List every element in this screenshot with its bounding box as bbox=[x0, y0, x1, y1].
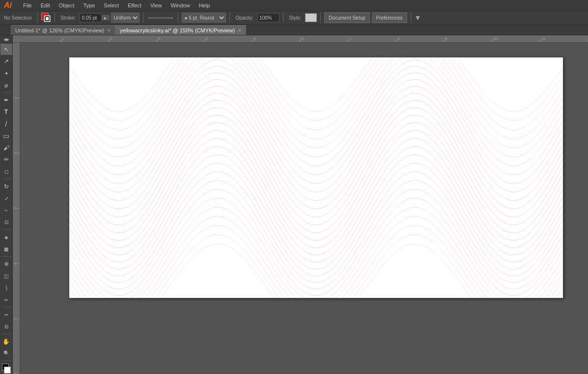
menu-object[interactable]: Object bbox=[56, 1, 77, 9]
sep-7 bbox=[320, 13, 321, 23]
tab-untitled[interactable]: Untitled-1* @ 126% (CMYK/Preview) ✕ bbox=[11, 25, 115, 35]
selection-label: No Selection bbox=[2, 15, 34, 21]
stroke-label: Stroke: bbox=[58, 15, 78, 21]
canvas-wrapper bbox=[13, 35, 588, 374]
type-tool[interactable]: T bbox=[0, 107, 12, 118]
hand-tool[interactable]: ✋ bbox=[0, 336, 12, 347]
tool-sep-6 bbox=[1, 334, 11, 334]
magic-wand-tool[interactable]: ✦ bbox=[0, 68, 12, 79]
tab-untitled-label: Untitled-1* @ 126% (CMYK/Preview) bbox=[15, 27, 104, 33]
panel-arrows[interactable]: ◀▶ bbox=[3, 37, 9, 42]
sep-5 bbox=[229, 13, 230, 23]
opacity-label: Opacity: bbox=[233, 15, 255, 21]
menu-file[interactable]: File bbox=[21, 1, 34, 9]
tool-sep-5 bbox=[1, 307, 11, 307]
main-area: ◀▶ ↖ ↗ ✦ ⌀ ✒ T / ▭ 🖌 ✏ ◻ ↻ ⤢ ~ ⊡ ◈ ▦ ⊞ ◫… bbox=[0, 35, 588, 374]
opacity-input[interactable] bbox=[257, 13, 280, 22]
selection-tool[interactable]: ↖ bbox=[0, 44, 12, 55]
tool-sep-3 bbox=[1, 230, 11, 230]
app-logo: Ai bbox=[4, 1, 12, 10]
menu-window[interactable]: Window bbox=[168, 1, 193, 9]
lasso-tool[interactable]: ⌀ bbox=[0, 80, 12, 91]
tools-panel: ◀▶ ↖ ↗ ✦ ⌀ ✒ T / ▭ 🖌 ✏ ◻ ↻ ⤢ ~ ⊡ ◈ ▦ ⊞ ◫… bbox=[0, 35, 13, 374]
sep-3 bbox=[143, 13, 143, 23]
tab-yellowslinky[interactable]: yellowacrylicslinky.ai* @ 150% (CMYK/Pre… bbox=[115, 25, 246, 35]
tab-bar: Untitled-1* @ 126% (CMYK/Preview) ✕ yell… bbox=[0, 25, 588, 35]
tab-yellowslinky-label: yellowacrylicslinky.ai* @ 150% (CMYK/Pre… bbox=[120, 27, 235, 33]
stroke-value-input[interactable] bbox=[80, 13, 102, 22]
gradient-tool[interactable]: ◫ bbox=[0, 270, 12, 282]
sep-2 bbox=[55, 13, 55, 23]
eraser-tool[interactable]: ◻ bbox=[0, 166, 12, 177]
menu-edit[interactable]: Edit bbox=[38, 1, 53, 9]
rectangle-tool[interactable]: ▭ bbox=[0, 130, 12, 141]
eyedropper-tool[interactable]: ⟆ bbox=[0, 282, 12, 294]
style-label: Style: bbox=[287, 15, 303, 21]
zoom-tool[interactable]: 🔍 bbox=[0, 347, 12, 359]
wave-canvas bbox=[69, 57, 563, 298]
ruler-vertical bbox=[13, 43, 20, 374]
blend-tool[interactable]: ∞ bbox=[0, 294, 12, 305]
free-transform-tool[interactable]: ⊡ bbox=[0, 216, 12, 228]
rotate-tool[interactable]: ↻ bbox=[0, 181, 12, 192]
artboard-tool[interactable]: ⊟ bbox=[0, 321, 12, 332]
menu-type[interactable]: Type bbox=[81, 1, 98, 9]
stroke-type-select[interactable]: Uniform bbox=[111, 13, 140, 23]
menu-select[interactable]: Select bbox=[101, 1, 121, 9]
menu-effect[interactable]: Effect bbox=[125, 1, 144, 9]
pencil-tool[interactable]: ✏ bbox=[0, 154, 12, 165]
menu-bar: Ai File Edit Object Type Select Effect V… bbox=[0, 0, 588, 11]
preferences-button[interactable]: Preferences bbox=[372, 12, 407, 23]
menu-view[interactable]: View bbox=[148, 1, 165, 9]
artboard bbox=[69, 57, 563, 298]
canvas-main bbox=[13, 43, 588, 374]
sep-6 bbox=[283, 13, 283, 23]
direct-selection-tool[interactable]: ↗ bbox=[0, 55, 12, 67]
tab-untitled-close[interactable]: ✕ bbox=[107, 28, 111, 33]
warp-tool[interactable]: ~ bbox=[0, 205, 12, 216]
mesh-tool[interactable]: ⊞ bbox=[0, 258, 12, 269]
tab-yellowslinky-close[interactable]: ✕ bbox=[238, 28, 242, 33]
stroke-swatch[interactable] bbox=[44, 15, 51, 22]
line-tool[interactable]: / bbox=[0, 118, 12, 130]
sep-8 bbox=[411, 13, 411, 23]
stroke-line-preview bbox=[148, 17, 173, 19]
tool-sep-7 bbox=[1, 361, 11, 361]
sep-4 bbox=[178, 13, 178, 23]
document-setup-button[interactable]: Document Setup bbox=[324, 12, 370, 23]
cap-style-select[interactable]: ● 5 pt. Round bbox=[182, 13, 226, 23]
column-graph-tool[interactable]: ▦ bbox=[0, 243, 12, 255]
canvas-area[interactable] bbox=[20, 43, 588, 374]
panel-visibility-icon[interactable]: ▼ bbox=[415, 14, 421, 22]
sep-1 bbox=[37, 13, 38, 23]
stroke-colors[interactable] bbox=[41, 13, 51, 23]
style-swatch[interactable] bbox=[305, 13, 317, 22]
scissors-tool[interactable]: ✂ bbox=[0, 309, 12, 320]
ruler-horizontal bbox=[13, 35, 588, 43]
paintbrush-tool[interactable]: 🖌 bbox=[0, 142, 12, 153]
tool-sep-1 bbox=[1, 92, 11, 93]
tool-sep-4 bbox=[1, 256, 11, 257]
symbol-tool[interactable]: ◈ bbox=[0, 232, 12, 243]
control-toolbar: No Selection Stroke: ▲ Uniform ● 5 pt. R… bbox=[0, 11, 588, 25]
selection-section: No Selection bbox=[2, 15, 34, 21]
menu-help[interactable]: Help bbox=[196, 1, 213, 9]
tool-sep-2 bbox=[1, 179, 11, 179]
color-swatches[interactable] bbox=[1, 364, 12, 374]
pen-tool[interactable]: ✒ bbox=[0, 94, 12, 106]
scale-tool[interactable]: ⤢ bbox=[0, 193, 12, 204]
stroke-up-btn[interactable]: ▲ bbox=[102, 15, 109, 20]
